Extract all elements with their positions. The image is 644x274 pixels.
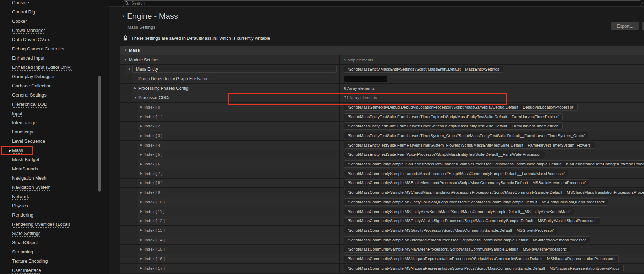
index-label: Index [ 3 ] bbox=[144, 133, 163, 138]
sidebar-scrollbar[interactable] bbox=[98, 76, 101, 192]
expand-icon[interactable]: ▶ bbox=[138, 163, 144, 166]
indent-guide bbox=[126, 169, 132, 178]
section-row-mass[interactable]: ▼ Mass bbox=[120, 46, 644, 55]
expand-icon[interactable]: ▶ bbox=[138, 267, 144, 270]
sidebar-category-item[interactable]: ▶ Control Rig bbox=[0, 7, 109, 17]
sidebar-category-item[interactable]: ▶ Physics bbox=[0, 201, 109, 210]
indent-guide bbox=[126, 245, 132, 254]
object-path-field[interactable]: /Script/MassEntityTestSuite.FarmWaterPro… bbox=[344, 151, 545, 158]
sidebar-category-item[interactable]: ▶ Cooker bbox=[0, 17, 109, 26]
indent-guide bbox=[132, 188, 138, 197]
sidebar-category-item[interactable]: ▶ Navigation System bbox=[0, 183, 109, 192]
sidebar-category-item[interactable]: ▶ Crowd Manager bbox=[0, 26, 109, 35]
expand-icon[interactable]: ▶ bbox=[138, 153, 144, 156]
expand-icon[interactable]: ▶ bbox=[138, 143, 144, 147]
object-path-field[interactable]: /Script/MassCommunitySample.MSChaosMassT… bbox=[344, 189, 644, 196]
processor-cdos-array: ▶ Index [ 0 ] /Script/MassGameplayDebug.… bbox=[120, 103, 644, 273]
sidebar-category-item[interactable]: ▶ Enhanced Input (Editor Only) bbox=[0, 63, 109, 72]
indent-guide bbox=[120, 93, 126, 102]
object-path-field[interactable]: /Script/MassCommunitySample.LambdaMassPr… bbox=[344, 170, 568, 177]
object-path-field[interactable]: /Script/MassCommunitySample.MSNavMeshPro… bbox=[344, 246, 570, 253]
expand-icon[interactable]: ▶ bbox=[138, 181, 144, 185]
search-icon bbox=[125, 1, 129, 6]
array-index-row: ▶ Index [ 2 ] /Script/MassEntityTestSuit… bbox=[120, 122, 644, 131]
sidebar-category-item[interactable]: ▶ Data Driven CVars bbox=[0, 35, 109, 44]
object-path-field[interactable]: /Script/MassCommunitySample.MSGravityPro… bbox=[344, 227, 557, 234]
sidebar-category-item[interactable]: ▶ MetaSounds bbox=[0, 164, 109, 174]
object-path-field[interactable]: /Script/MassEntityTestSuite.FarmHarvestT… bbox=[344, 142, 595, 149]
indent-guide bbox=[126, 159, 132, 169]
property-label: Processor CDOs bbox=[138, 95, 170, 100]
expand-icon[interactable]: ▶ bbox=[138, 219, 144, 223]
property-label: Module Settings bbox=[129, 57, 159, 62]
object-path-field[interactable]: /Script/MassCommunitySample.MSBasicMovem… bbox=[344, 179, 589, 186]
expand-icon[interactable]: ▶ bbox=[138, 248, 144, 251]
expand-icon[interactable]: ▶ bbox=[138, 229, 144, 232]
index-label: Index [ 13 ] bbox=[144, 228, 165, 232]
object-path-field[interactable]: /Script/MassCommunitySample.MSEntityColl… bbox=[344, 198, 608, 206]
indent-guide bbox=[126, 207, 132, 216]
sidebar-category-item[interactable]: ▶ User Interface bbox=[0, 266, 109, 274]
object-path-field[interactable]: /Script/MassGameplayDebug.DebugVisLocati… bbox=[344, 104, 578, 111]
sidebar-category-item[interactable]: ▶ Gameplay Debugger bbox=[0, 72, 109, 81]
sidebar-category-item[interactable]: ▶ Slate Settings bbox=[0, 229, 109, 238]
expand-icon[interactable]: ▶ bbox=[138, 210, 144, 213]
sidebar-category-item[interactable]: ▶ Enhanced Input bbox=[0, 54, 109, 63]
object-path-field[interactable]: /Script/MassEntityTestSuite.FarmHarvestT… bbox=[344, 113, 563, 120]
indent-guide bbox=[120, 226, 126, 235]
sidebar-category-item[interactable]: ▶ Debug Camera Controller bbox=[0, 44, 109, 54]
indent-guide bbox=[120, 197, 126, 207]
object-path-field[interactable]: /Script/MassCommunitySample.MSEntityWasH… bbox=[344, 217, 600, 224]
object-path-field[interactable]: /Script/MassEntityTestSuite.FarmHarvestT… bbox=[344, 122, 563, 130]
sidebar-category-item[interactable]: ▶ Streaming bbox=[0, 247, 109, 257]
sidebar-category-item[interactable]: ▶ Hierarchical LOD bbox=[0, 100, 109, 109]
object-path-field[interactable]: /Script/MassCommunitySample.MSNiagaraRep… bbox=[344, 255, 619, 262]
object-path-field[interactable]: /Script/MassCommunitySample.MSInterpMove… bbox=[344, 236, 590, 243]
sidebar-category-item[interactable]: ▶ Mass bbox=[0, 146, 109, 155]
map-key-field[interactable]: Mass Entity bbox=[132, 66, 337, 73]
header-collapse-icon[interactable]: ▼ bbox=[122, 15, 125, 18]
sidebar-category-item[interactable]: ▶ Rendering Overrides (Local) bbox=[0, 220, 109, 229]
expand-icon[interactable]: ▼ bbox=[132, 96, 138, 99]
object-path-field[interactable]: /Script/MassEntity.MassEntitySettings'/S… bbox=[344, 66, 503, 73]
sidebar-category-item[interactable]: ▶ SmartObject bbox=[0, 238, 109, 247]
object-path-field[interactable]: /Script/MassCommunitySample.MSNiagaraRep… bbox=[344, 265, 624, 272]
sidebar-category-item[interactable]: ▶ Network bbox=[0, 192, 109, 201]
sidebar-category-item[interactable]: ▶ Navigation Mesh bbox=[0, 174, 109, 183]
expand-icon[interactable]: ▶ bbox=[138, 125, 144, 128]
config-file-notice: These settings are saved in DefaultMass.… bbox=[123, 35, 272, 41]
export-button[interactable]: Export... bbox=[611, 22, 639, 30]
sidebar-category-item[interactable]: ▶ Mesh Budget bbox=[0, 155, 109, 164]
sidebar-category-item[interactable]: ▶ Input bbox=[0, 109, 109, 118]
expand-icon[interactable]: ▶ bbox=[138, 115, 144, 118]
expand-icon[interactable]: ▶ bbox=[132, 87, 138, 90]
sidebar-category-item[interactable]: ▶ Garbage Collection bbox=[0, 81, 109, 91]
section-expand-icon[interactable]: ▼ bbox=[122, 49, 129, 52]
object-path-field[interactable]: /Script/MassCommunitySample.MSEntityView… bbox=[344, 208, 574, 215]
indent-guide bbox=[126, 84, 132, 93]
expand-icon[interactable]: ▶ bbox=[138, 191, 144, 194]
expand-icon[interactable]: ▼ bbox=[122, 58, 129, 61]
expand-icon[interactable]: ▶ bbox=[138, 172, 144, 175]
expand-icon[interactable]: ▼ bbox=[126, 68, 132, 71]
sidebar-category-item[interactable]: ▶ Level Sequence bbox=[0, 137, 109, 146]
expand-icon[interactable]: ▶ bbox=[138, 105, 144, 109]
array-elements-count: 71 Array elements bbox=[344, 95, 377, 100]
sidebar-category-item[interactable]: ▶ General Settings bbox=[0, 91, 109, 100]
sidebar-category-item[interactable]: ▶ Interchange bbox=[0, 118, 109, 127]
indent-guide bbox=[120, 150, 126, 159]
sidebar-category-item[interactable]: ▶ Rendering bbox=[0, 210, 109, 220]
expand-icon[interactable]: ▶ bbox=[138, 134, 144, 137]
expand-icon[interactable]: ▶ bbox=[138, 257, 144, 260]
search-input[interactable]: Search bbox=[122, 0, 643, 6]
expand-icon[interactable]: ▶ bbox=[138, 200, 144, 203]
sidebar-category-item[interactable]: ▶ Landscape bbox=[0, 127, 109, 137]
sidebar-category-item[interactable]: ▶ Texture Encoding bbox=[0, 257, 109, 266]
object-path-field[interactable]: /Script/MassEntityTestSuite.FarmHarvestT… bbox=[344, 132, 588, 139]
array-index-row: ▶ Index [ 1 ] /Script/MassEntityTestSuit… bbox=[120, 112, 644, 121]
partial-button-edge[interactable] bbox=[642, 22, 644, 30]
object-path-field[interactable]: /Script/MassCommunitySample.ISMPerInstan… bbox=[344, 160, 644, 168]
text-input-field[interactable] bbox=[344, 75, 387, 82]
sidebar-category-item[interactable]: ▶ Console bbox=[0, 0, 109, 7]
expand-icon[interactable]: ▶ bbox=[138, 238, 144, 241]
